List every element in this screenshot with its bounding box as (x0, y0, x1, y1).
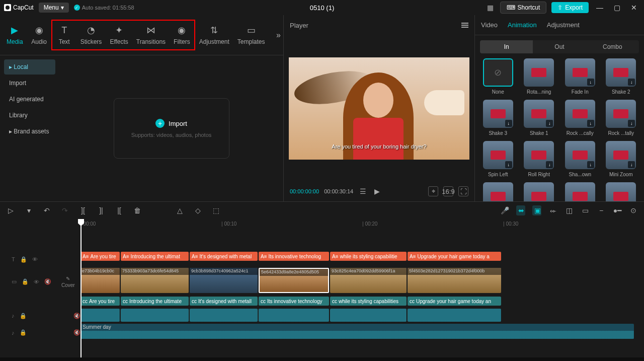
focus-icon[interactable]: ⌖ (428, 186, 438, 196)
layout-icon[interactable]: ▦ (486, 4, 495, 12)
more-tabs-icon[interactable]: » (276, 31, 281, 40)
animation-item[interactable]: ↓Shake 3 (480, 100, 516, 136)
crop-icon[interactable]: ⬚ (211, 206, 220, 214)
tab-effects[interactable]: ✦ Effects (106, 21, 132, 49)
audio-clip[interactable] (330, 309, 407, 322)
audio-clip[interactable] (259, 309, 329, 322)
text-clip[interactable]: A≡ Introducing the ultimat (121, 252, 189, 261)
snap-icon[interactable]: ▣ (532, 205, 541, 215)
text-clip[interactable]: A≡ Upgrade your hair game today a (408, 252, 501, 261)
eye-icon[interactable]: 👁 (32, 256, 38, 262)
audio-clip[interactable] (121, 309, 189, 322)
caption-clip[interactable]: cc It's designed with metall (190, 297, 258, 306)
sidebar-ai[interactable]: AI generated (4, 92, 55, 107)
video-clip[interactable]: 5f4503e282d127319021b372d4f000b (408, 268, 501, 293)
list-icon[interactable]: ☰ (358, 187, 367, 195)
text-clip[interactable]: A≡ while its styling capabilitie (330, 252, 407, 261)
lock-icon[interactable]: 🔒 (20, 313, 27, 319)
zoom-fit-icon[interactable]: ⊙ (629, 206, 638, 214)
align-icon[interactable]: ◫ (565, 206, 574, 214)
prop-tab-video[interactable]: Video (481, 17, 498, 33)
close-button[interactable]: ✕ (628, 2, 640, 14)
animation-item[interactable] (521, 182, 557, 201)
audio-clip[interactable] (80, 309, 120, 322)
rotate-icon[interactable]: ◇ (193, 206, 202, 214)
maximize-button[interactable]: ▢ (611, 2, 623, 14)
sidebar-brand[interactable]: ▸ Brand assets (4, 124, 55, 139)
player-menu-icon[interactable] (461, 23, 468, 28)
text-clip[interactable]: A≡ Its innovative technolog (259, 252, 329, 261)
cursor-tool[interactable]: ▷ (6, 206, 15, 214)
caption-clip[interactable]: cc Upgrade your hair game today an (408, 297, 501, 306)
subtab-in[interactable]: In (480, 40, 533, 53)
timeline[interactable]: | 00:00| 00:10| 00:20| 00:30 T 🔒 👁 A≡ Ar… (0, 219, 644, 357)
zoom-out-icon[interactable]: − (597, 206, 606, 214)
tab-audio[interactable]: ◉ Audio (27, 21, 51, 49)
animation-item[interactable]: ↓Fade In (562, 58, 598, 95)
link-icon[interactable]: ⬰ (548, 206, 557, 215)
video-clip[interactable]: 93c825c4ea70d092dd59906f1a (330, 268, 407, 293)
playhead[interactable] (80, 219, 82, 357)
eye-icon[interactable]: 👁 (34, 279, 39, 285)
animation-item[interactable] (562, 182, 598, 201)
tab-media[interactable]: ▶ Media (3, 21, 27, 49)
animation-item[interactable]: ↓Roll Right (521, 141, 557, 177)
zoom-slider[interactable]: ●━ (613, 206, 622, 214)
mute-icon[interactable]: 🔇 (73, 313, 80, 319)
animation-item[interactable] (603, 182, 639, 201)
video-clip[interactable]: 9cb3b898d37c40962a524c1 (190, 268, 258, 293)
timeline-ruler[interactable]: | 00:00| 00:10| 00:20| 00:30 (0, 219, 644, 232)
animation-item[interactable]: ↓Mini Zoom (603, 141, 639, 177)
video-clip[interactable]: 5e642433d9a8e2e4805d505 (259, 268, 329, 293)
animation-item[interactable]: ↓Shake 1 (521, 100, 557, 136)
sidebar-library[interactable]: Library (4, 108, 55, 123)
lock-icon[interactable]: 🔒 (20, 256, 27, 263)
animation-item[interactable]: ↓Rock ...tally (603, 100, 639, 136)
split-left-icon[interactable]: ]| (97, 206, 106, 214)
lock-icon[interactable]: 🔒 (22, 278, 29, 285)
caption-clip[interactable]: cc Are you tire (80, 297, 120, 306)
animation-item[interactable]: ↓Rock ...cally (562, 100, 598, 136)
caption-clip[interactable]: cc Its innovative technology (259, 297, 329, 306)
magnet-icon[interactable]: ⬌ (516, 205, 525, 215)
mirror-icon[interactable]: △ (175, 206, 184, 214)
video-clip[interactable]: 75333b903a73dc6fe54d845 (121, 268, 189, 293)
tab-stickers[interactable]: ◔ Stickers (76, 21, 106, 49)
subtab-out[interactable]: Out (533, 40, 586, 53)
ratio-button[interactable]: 16:9 (443, 186, 453, 196)
text-clip[interactable]: A≡ Are you tire (80, 252, 120, 261)
prop-tab-adjustment[interactable]: Adjustment (547, 17, 580, 33)
mic-icon[interactable]: 🎤 (500, 206, 509, 214)
play-button[interactable]: ▶ (372, 187, 381, 195)
animation-item[interactable]: ⊘None (480, 58, 516, 95)
tab-filters[interactable]: ◉ Filters (170, 21, 194, 49)
text-clip[interactable]: A≡ It's designed with metal (190, 252, 258, 261)
audio-clip[interactable] (408, 309, 501, 322)
tab-templates[interactable]: ▭ Templates (233, 21, 269, 49)
audio-clip[interactable] (190, 309, 258, 322)
sidebar-import[interactable]: Import (4, 76, 55, 91)
redo-icon[interactable]: ↷ (60, 206, 69, 214)
music-clip[interactable]: Summer day (80, 324, 634, 339)
shortcut-button[interactable]: ⌨ Shortcut (500, 2, 547, 14)
prop-tab-animation[interactable]: Animation (508, 17, 537, 33)
split-icon[interactable]: ][ (78, 206, 88, 214)
minimize-button[interactable]: — (594, 2, 606, 14)
caption-clip[interactable]: cc Introducing the ultimate (121, 297, 189, 306)
dropdown-icon[interactable]: ▾ (24, 206, 33, 214)
video-clip[interactable]: e73b04b19cb0c (80, 268, 120, 293)
delete-icon[interactable]: 🗑 (133, 206, 142, 214)
animation-item[interactable]: ↓Shake 2 (603, 58, 639, 95)
lock-icon[interactable]: 🔒 (20, 329, 27, 336)
mute-icon[interactable]: 🔇 (73, 329, 80, 336)
tab-text[interactable]: T Text (52, 21, 76, 49)
fullscreen-icon[interactable]: ⛶ (458, 186, 468, 196)
animation-item[interactable]: Rota...ning (521, 58, 557, 95)
import-dropzone[interactable]: + Import Supports: videos, audios, photo… (114, 98, 229, 159)
animation-item[interactable] (480, 182, 516, 201)
animation-item[interactable]: ↓Spin Left (480, 141, 516, 177)
cover-button[interactable]: ✎ Cover (61, 276, 75, 288)
export-button[interactable]: ⇧ Export (551, 2, 589, 13)
import-button[interactable]: + Import (155, 119, 187, 128)
subtab-combo[interactable]: Combo (586, 40, 639, 53)
